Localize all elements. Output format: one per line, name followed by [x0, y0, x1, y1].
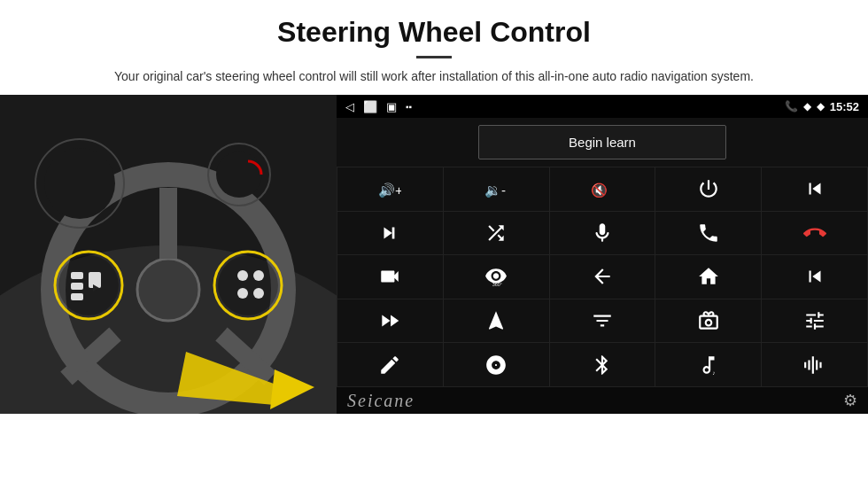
waveform-button[interactable] — [762, 343, 867, 386]
music-button[interactable]: ♪ — [655, 343, 761, 386]
back-nav-icon[interactable]: ◁ — [345, 100, 354, 113]
bluetooth-button[interactable] — [550, 343, 655, 386]
svg-text:🔉-: 🔉- — [484, 182, 506, 198]
android-unit-panel: ◁ ⬜ ▣ ▪▪ 📞 ◆ ◆ 15:52 Begin learn 🔊+ 🔉 — [337, 95, 868, 414]
mic-button[interactable] — [550, 212, 655, 255]
camera-button[interactable] — [337, 255, 443, 299]
svg-point-27 — [384, 275, 389, 279]
status-nav-icons: ◁ ⬜ ▣ ▪▪ — [345, 100, 412, 113]
home-nav-button[interactable] — [655, 255, 761, 299]
status-right-icons: 📞 ◆ ◆ 15:52 — [785, 100, 859, 113]
content-area: ◁ ⬜ ▣ ▪▪ 📞 ◆ ◆ 15:52 Begin learn 🔊+ 🔉 — [0, 95, 868, 414]
svg-text:360°: 360° — [492, 282, 502, 287]
svg-text:🔇: 🔇 — [591, 182, 608, 198]
pen-button[interactable] — [337, 343, 443, 386]
car-image — [0, 95, 337, 414]
svg-rect-11 — [71, 293, 83, 300]
prev-track-button[interactable] — [762, 167, 867, 211]
clock-display: 15:52 — [830, 100, 859, 113]
svg-point-3 — [137, 259, 199, 321]
svg-rect-15 — [237, 270, 248, 281]
back-nav-button[interactable] — [550, 255, 655, 299]
page-header: Steering Wheel Control Your original car… — [0, 0, 868, 95]
wifi-status-icon: ◆ — [817, 100, 825, 113]
begin-learn-button[interactable]: Begin learn — [478, 125, 726, 159]
title-divider — [416, 56, 452, 58]
equalizer-button[interactable] — [550, 299, 655, 343]
next-track-button[interactable] — [337, 212, 443, 255]
home-nav-icon[interactable]: ⬜ — [363, 100, 377, 113]
settings-sliders-button[interactable] — [762, 299, 867, 343]
svg-point-14 — [218, 255, 278, 315]
360-view-button[interactable]: 360° — [444, 255, 549, 299]
svg-rect-17 — [237, 288, 248, 299]
vol-down-button[interactable]: 🔉- — [444, 167, 549, 211]
phone-button[interactable] — [655, 212, 761, 255]
skip-back-button[interactable] — [762, 255, 867, 299]
hang-up-button[interactable] — [762, 212, 867, 255]
location-status-icon: ◆ — [803, 100, 811, 113]
page-description: Your original car's steering wheel contr… — [53, 67, 815, 86]
page-title: Steering Wheel Control — [53, 16, 815, 49]
svg-text:🔊+: 🔊+ — [378, 182, 401, 198]
radio-button[interactable] — [655, 299, 761, 343]
phone-status-icon: 📞 — [785, 100, 798, 113]
power-button[interactable] — [655, 167, 761, 211]
control-buttons-grid: 🔊+ 🔉- 🔇 — [337, 167, 868, 387]
svg-point-21 — [44, 148, 115, 219]
svg-rect-18 — [253, 288, 264, 299]
brand-name: Seicane — [347, 391, 415, 411]
disc-button[interactable] — [444, 343, 549, 386]
fast-forward-button[interactable] — [337, 299, 443, 343]
begin-learn-row: Begin learn — [337, 118, 868, 167]
svg-point-23 — [216, 152, 262, 198]
signal-icon: ▪▪ — [406, 102, 412, 112]
navigate-button[interactable] — [444, 299, 549, 343]
vol-up-button[interactable]: 🔊+ — [337, 167, 443, 211]
status-bar: ◁ ⬜ ▣ ▪▪ 📞 ◆ ◆ 15:52 — [337, 95, 868, 118]
shuffle-button[interactable] — [444, 212, 549, 255]
svg-rect-9 — [71, 272, 83, 279]
gear-icon[interactable]: ⚙ — [843, 391, 857, 410]
bottom-bar: Seicane ⚙ — [337, 387, 868, 414]
mute-button[interactable]: 🔇 — [550, 167, 655, 211]
svg-rect-16 — [253, 270, 264, 281]
svg-text:♪: ♪ — [712, 369, 715, 376]
recents-nav-icon[interactable]: ▣ — [386, 100, 397, 113]
svg-rect-10 — [71, 283, 83, 290]
